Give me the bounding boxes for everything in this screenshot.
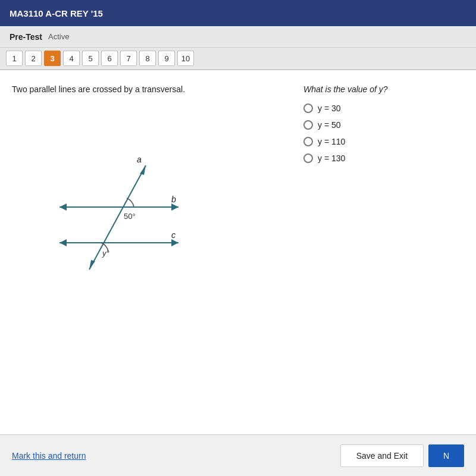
radio-4[interactable] xyxy=(303,154,313,163)
header-title: MA3110 A-CR REY '15 xyxy=(10,8,103,18)
svg-marker-5 xyxy=(171,239,178,246)
svg-marker-8 xyxy=(89,260,95,270)
svg-text:y°: y° xyxy=(102,249,109,258)
app-header: MA3110 A-CR REY '15 xyxy=(0,0,476,26)
question-right: What is the value of y? y = 30 y = 50 y … xyxy=(303,84,458,296)
question-text: Two parallel lines are crossed by a tran… xyxy=(12,84,292,94)
nav-tab-7[interactable]: 7 xyxy=(120,51,137,66)
nav-tab-10[interactable]: 10 xyxy=(177,51,194,66)
answer-label-4: y = 130 xyxy=(318,154,345,163)
svg-text:b: b xyxy=(171,195,176,204)
svg-text:c: c xyxy=(171,230,176,240)
parallel-lines-diagram: a b c 50° y° xyxy=(12,106,190,296)
answer-label-2: y = 50 xyxy=(318,120,341,130)
main-content: Two parallel lines are crossed by a tran… xyxy=(0,70,476,434)
question-nav: 1 2 3 4 5 6 7 8 9 10 xyxy=(0,48,476,70)
svg-text:a: a xyxy=(137,155,142,164)
test-status: Active xyxy=(48,32,69,41)
question-area: Two parallel lines are crossed by a tran… xyxy=(12,84,458,296)
footer: Mark this and return Save and Exit N xyxy=(0,434,476,476)
question-title: What is the value of y? xyxy=(303,84,458,94)
svg-marker-2 xyxy=(171,203,178,211)
nav-tab-1[interactable]: 1 xyxy=(6,51,23,66)
footer-buttons: Save and Exit N xyxy=(340,444,464,467)
sub-header: Pre-Test Active xyxy=(0,26,476,48)
next-button[interactable]: N xyxy=(428,444,464,467)
nav-tab-3[interactable]: 3 xyxy=(44,51,61,66)
test-label: Pre-Test xyxy=(10,32,42,42)
answer-option-4[interactable]: y = 130 xyxy=(303,154,458,163)
svg-marker-1 xyxy=(60,203,67,211)
svg-line-6 xyxy=(89,165,146,270)
answer-label-3: y = 110 xyxy=(318,137,345,146)
answer-option-3[interactable]: y = 110 xyxy=(303,137,458,146)
save-exit-button[interactable]: Save and Exit xyxy=(340,444,424,467)
diagram-container: a b c 50° y° xyxy=(12,106,190,296)
answer-option-2[interactable]: y = 50 xyxy=(303,120,458,130)
svg-marker-7 xyxy=(140,165,146,175)
svg-text:50°: 50° xyxy=(124,212,136,221)
nav-tab-4[interactable]: 4 xyxy=(63,51,80,66)
svg-marker-4 xyxy=(60,239,67,246)
mark-return-button[interactable]: Mark this and return xyxy=(12,451,86,461)
radio-3[interactable] xyxy=(303,137,313,146)
nav-tab-9[interactable]: 9 xyxy=(158,51,175,66)
answer-options: y = 30 y = 50 y = 110 y = 130 xyxy=(303,104,458,163)
radio-1[interactable] xyxy=(303,104,313,113)
answer-label-1: y = 30 xyxy=(318,104,341,113)
question-left: Two parallel lines are crossed by a tran… xyxy=(12,84,292,296)
nav-tab-6[interactable]: 6 xyxy=(101,51,118,66)
nav-tab-5[interactable]: 5 xyxy=(82,51,99,66)
nav-tab-8[interactable]: 8 xyxy=(139,51,156,66)
nav-tab-2[interactable]: 2 xyxy=(25,51,42,66)
answer-option-1[interactable]: y = 30 xyxy=(303,104,458,113)
radio-2[interactable] xyxy=(303,120,313,130)
